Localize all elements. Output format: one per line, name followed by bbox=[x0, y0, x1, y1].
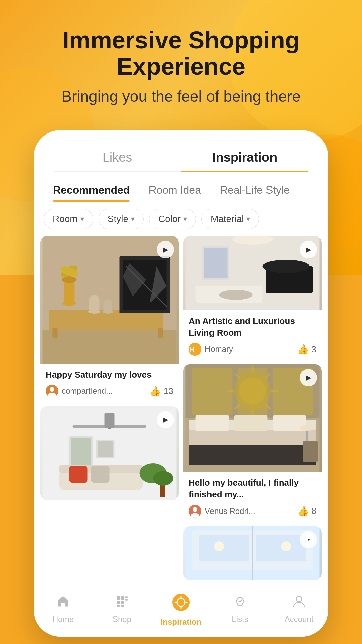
hero-title: Immersive Shopping Experience bbox=[20, 27, 342, 80]
nav-shop[interactable]: Shop bbox=[93, 594, 152, 627]
svg-rect-24 bbox=[73, 425, 110, 428]
svg-rect-67 bbox=[234, 415, 268, 431]
svg-point-41 bbox=[263, 260, 310, 273]
lists-icon bbox=[233, 594, 247, 612]
like-icon: 👍 bbox=[149, 386, 161, 397]
nav-home[interactable]: Home bbox=[34, 594, 93, 627]
nav-account-label: Account bbox=[285, 614, 314, 624]
svg-rect-87 bbox=[121, 596, 124, 600]
svg-rect-1 bbox=[43, 330, 177, 364]
tab-likes[interactable]: Likes bbox=[54, 144, 181, 172]
play-button-4[interactable]: ▶ bbox=[300, 369, 317, 386]
card-console-meta: compartiend... 👍 13 bbox=[46, 385, 173, 397]
subtab-room-idea[interactable]: Room Idea bbox=[139, 178, 210, 202]
card-white-room[interactable]: ▶ bbox=[40, 406, 179, 500]
svg-point-20 bbox=[50, 387, 54, 392]
svg-rect-25 bbox=[110, 425, 146, 428]
play-button[interactable]: ▶ bbox=[157, 241, 174, 258]
filter-color[interactable]: Color ▾ bbox=[149, 209, 196, 229]
svg-rect-91 bbox=[121, 605, 124, 607]
card-bedroom-author: Venus Rodri... bbox=[189, 505, 255, 518]
svg-rect-78 bbox=[199, 535, 249, 561]
svg-rect-69 bbox=[189, 445, 316, 465]
svg-rect-46 bbox=[204, 248, 228, 278]
like-icon: 👍 bbox=[297, 505, 309, 517]
chevron-down-icon: ▾ bbox=[183, 215, 187, 223]
homary-avatar: H bbox=[189, 343, 201, 356]
filter-row: Room ▾ Style ▾ Color ▾ Material ▾ bbox=[34, 202, 328, 236]
card-console-likes: 👍 13 bbox=[149, 386, 173, 397]
nav-home-label: Home bbox=[52, 614, 74, 624]
play-button-3[interactable]: ▶ bbox=[300, 241, 317, 258]
svg-rect-33 bbox=[69, 466, 88, 483]
svg-point-74 bbox=[193, 507, 197, 512]
svg-rect-43 bbox=[196, 279, 263, 286]
card-console-title: Happy Saturday my loves bbox=[46, 369, 173, 381]
nav-inspiration[interactable]: Inspiration bbox=[152, 594, 210, 627]
filter-style[interactable]: Style ▾ bbox=[99, 209, 144, 229]
svg-rect-4 bbox=[158, 328, 163, 338]
nav-inspiration-label: Inspiration bbox=[161, 617, 202, 627]
svg-rect-89 bbox=[121, 601, 124, 604]
venus-avatar bbox=[189, 505, 201, 518]
nav-lists[interactable]: Lists bbox=[210, 594, 269, 627]
svg-point-83 bbox=[281, 541, 291, 551]
sub-tabs: Recommended Room Idea Real-Life Style bbox=[34, 172, 328, 202]
svg-rect-34 bbox=[91, 466, 110, 483]
subtab-recommended[interactable]: Recommended bbox=[44, 178, 139, 202]
card-console[interactable]: ▶ Happy Saturday my loves compartiend... bbox=[40, 236, 179, 401]
filter-room[interactable]: Room ▾ bbox=[44, 209, 93, 229]
nav-shop-label: Shop bbox=[113, 614, 131, 624]
author-avatar bbox=[46, 385, 58, 397]
home-icon bbox=[56, 594, 70, 612]
svg-point-44 bbox=[219, 290, 253, 300]
svg-rect-92 bbox=[125, 596, 128, 598]
card-bedroom-title: Hello my beautiful, I finally finished m… bbox=[189, 477, 316, 500]
card-living-image: ▶ bbox=[183, 236, 322, 310]
svg-rect-70 bbox=[303, 441, 318, 462]
svg-point-82 bbox=[214, 541, 224, 551]
svg-rect-3 bbox=[53, 328, 58, 338]
card-bedroom-likes: 👍 8 bbox=[297, 505, 316, 517]
svg-point-7 bbox=[62, 276, 77, 283]
console-image-svg bbox=[40, 236, 179, 364]
card-console-info: Happy Saturday my loves compartiend... 👍 bbox=[40, 364, 179, 401]
card-living-title: An Artistic and Luxurious Living Room bbox=[189, 315, 316, 339]
svg-rect-6 bbox=[64, 280, 75, 305]
card-living-author: H Homary bbox=[189, 343, 233, 356]
card-console-image: ▶ bbox=[40, 236, 179, 364]
bottom-navigation: Home Shop bbox=[34, 587, 328, 637]
card-bedroom[interactable]: ▶ Hello my beautiful, I finally finished… bbox=[183, 364, 322, 521]
like-icon: 👍 bbox=[297, 344, 309, 355]
svg-rect-79 bbox=[256, 535, 306, 561]
play-button-5[interactable] bbox=[300, 531, 317, 548]
chevron-down-icon: ▾ bbox=[131, 215, 135, 223]
svg-rect-26 bbox=[105, 413, 115, 428]
card-living-info: An Artistic and Luxurious Living Room H … bbox=[183, 310, 322, 360]
account-icon bbox=[292, 594, 306, 612]
chevron-down-icon: ▾ bbox=[246, 215, 250, 223]
masonry-col-left: ▶ Happy Saturday my loves compartiend... bbox=[40, 236, 179, 580]
subtab-real-life-style[interactable]: Real-Life Style bbox=[210, 178, 299, 202]
phone-mockup: Likes Inspiration Recommended Room Idea … bbox=[34, 130, 328, 636]
card-bedroom-meta: Venus Rodri... 👍 8 bbox=[189, 505, 316, 518]
card-living-likes: 👍 3 bbox=[297, 344, 316, 355]
ceiling-svg bbox=[183, 526, 322, 580]
nav-lists-label: Lists bbox=[232, 614, 248, 624]
card-console-author: compartiend... bbox=[46, 385, 113, 397]
hero-section: Immersive Shopping Experience Bringing y… bbox=[0, 0, 362, 120]
svg-rect-11 bbox=[89, 295, 100, 313]
hero-subtitle: Bringing you the feel of being there bbox=[20, 87, 342, 107]
tab-inspiration[interactable]: Inspiration bbox=[181, 144, 308, 172]
play-button-2[interactable]: ▶ bbox=[157, 411, 174, 428]
shop-icon bbox=[115, 594, 129, 612]
card-bedroom-image: ▶ bbox=[183, 364, 322, 472]
svg-rect-86 bbox=[117, 596, 120, 600]
card-ceiling[interactable] bbox=[183, 526, 322, 580]
nav-account[interactable]: Account bbox=[269, 594, 328, 627]
svg-rect-30 bbox=[98, 441, 113, 457]
chevron-down-icon: ▾ bbox=[80, 215, 84, 223]
card-living[interactable]: ▶ An Artistic and Luxurious Living Room … bbox=[183, 236, 322, 360]
filter-material[interactable]: Material ▾ bbox=[201, 209, 259, 229]
masonry-col-right: ▶ An Artistic and Luxurious Living Room … bbox=[183, 236, 322, 580]
